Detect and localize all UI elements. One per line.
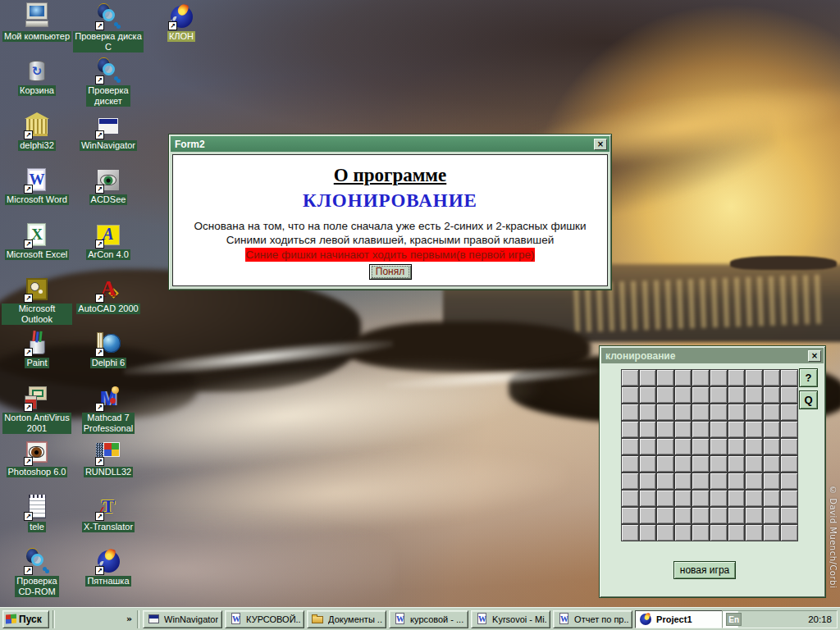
grid-cell[interactable] [710,508,727,523]
icon-tele[interactable]: tele [1,494,73,548]
grid-cell[interactable] [764,422,780,437]
icon-microsoft-excel[interactable]: Microsoft Excel [1,221,73,276]
power-icon[interactable] [774,612,789,627]
outlook-express-icon[interactable] [91,612,106,627]
close-icon[interactable]: × [808,350,821,362]
icon-acdsee[interactable]: ACDSee [72,167,144,221]
grid-cell[interactable] [764,370,780,386]
icon-klon[interactable]: КЛОН [156,3,207,57]
grid-cell[interactable] [657,525,673,541]
grid-cell[interactable] [728,491,745,506]
grid-cell[interactable] [622,439,638,454]
taskbar-task[interactable]: WinNavigator [143,610,222,628]
grid-cell[interactable] [675,387,692,403]
grid-cell[interactable] [746,439,762,454]
grid-cell[interactable] [710,387,727,403]
media-player-icon[interactable] [107,612,122,627]
icon-my-computer[interactable]: Мой компьютер [1,3,73,57]
grid-cell[interactable] [746,473,762,489]
grid-cell[interactable] [764,404,780,420]
grid-cell[interactable] [640,370,656,386]
grid-cell[interactable] [728,404,745,420]
grid-cell[interactable] [781,508,797,523]
grid-cell[interactable] [781,387,797,403]
grid-cell[interactable] [692,508,709,523]
speaker-icon[interactable] [743,612,758,627]
grid-cell[interactable] [710,525,727,541]
ok-button[interactable]: Понял [369,264,412,280]
grid-cell[interactable] [781,491,797,506]
icon-recycle-bin[interactable]: Корзина [1,57,73,112]
grid-cell[interactable] [728,439,745,454]
grid-cell[interactable] [692,456,709,472]
taskbar-task[interactable]: курсовой - ... [389,610,468,628]
grid-cell[interactable] [692,439,709,454]
grid-cell[interactable] [640,473,656,489]
icon-check-cdrom[interactable]: Проверка CD-ROM [1,548,73,602]
grid-cell[interactable] [746,370,762,386]
taskbar-task[interactable]: Kyrsovoi - Mi... [471,610,550,628]
icon-rundll32[interactable]: RUNDLL32 [72,439,144,493]
grid-cell[interactable] [781,370,797,386]
grid-cell[interactable] [675,473,692,489]
grid-cell[interactable] [710,370,727,386]
grid-cell[interactable] [675,491,692,506]
grid-cell[interactable] [746,404,762,420]
grid-cell[interactable] [657,508,673,523]
grid-cell[interactable] [728,525,745,541]
grid-cell[interactable] [764,456,780,472]
icon-paint[interactable]: Paint [1,330,73,384]
icon-microsoft-word[interactable]: Microsoft Word [1,167,73,221]
grid-cell[interactable] [657,370,673,386]
icon-mathcad[interactable]: Mathcad 7 Professional [72,385,144,439]
grid-cell[interactable] [710,491,727,506]
start-button[interactable]: Пуск [2,610,49,628]
grid-cell[interactable] [728,456,745,472]
grid-cell[interactable] [640,508,656,523]
game-window-titlebar[interactable]: клонирование × [601,348,824,363]
grid-cell[interactable] [764,525,780,541]
grid-cell[interactable] [622,456,638,472]
quick-launch-overflow-chevron[interactable]: » [125,614,134,624]
grid-cell[interactable] [657,473,673,489]
grid-cell[interactable] [710,456,727,472]
grid-cell[interactable] [746,525,762,541]
grid-cell[interactable] [675,508,692,523]
grid-cell[interactable] [692,422,709,437]
grid-cell[interactable] [746,491,762,506]
grid-cell[interactable] [728,387,745,403]
grid-cell[interactable] [746,387,762,403]
grid-cell[interactable] [622,404,638,420]
grid-cell[interactable] [764,439,780,454]
grid-cell[interactable] [657,387,673,403]
grid-cell[interactable] [675,370,692,386]
grid-cell[interactable] [622,387,638,403]
grid-cell[interactable] [640,387,656,403]
grid-cell[interactable] [781,456,797,472]
show-desktop-icon[interactable] [75,612,89,627]
icon-check-floppy[interactable]: Проверка дискет [72,57,144,112]
grid-cell[interactable] [692,387,709,403]
about-dialog-titlebar[interactable]: Form2 × [171,136,609,152]
grid-cell[interactable] [657,456,673,472]
grid-cell[interactable] [746,422,762,437]
grid-cell[interactable] [746,456,762,472]
grid-cell[interactable] [764,473,780,489]
grid-cell[interactable] [675,439,692,454]
icon-x-translator[interactable]: X-Translator [72,494,144,548]
taskbar-task[interactable]: КУРСОВОЙ... [225,610,304,628]
grid-cell[interactable] [622,508,638,523]
grid-cell[interactable] [764,387,780,403]
grid-cell[interactable] [710,404,727,420]
grid-cell[interactable] [728,422,745,437]
grid-cell[interactable] [640,422,656,437]
close-icon[interactable]: × [594,139,607,150]
grid-cell[interactable] [657,439,673,454]
grid-cell[interactable] [622,422,638,437]
grid-cell[interactable] [675,422,692,437]
grid-cell[interactable] [710,439,727,454]
grid-cell[interactable] [710,473,727,489]
grid-cell[interactable] [622,491,638,506]
grid-cell[interactable] [622,370,638,386]
grid-cell[interactable] [692,525,709,541]
